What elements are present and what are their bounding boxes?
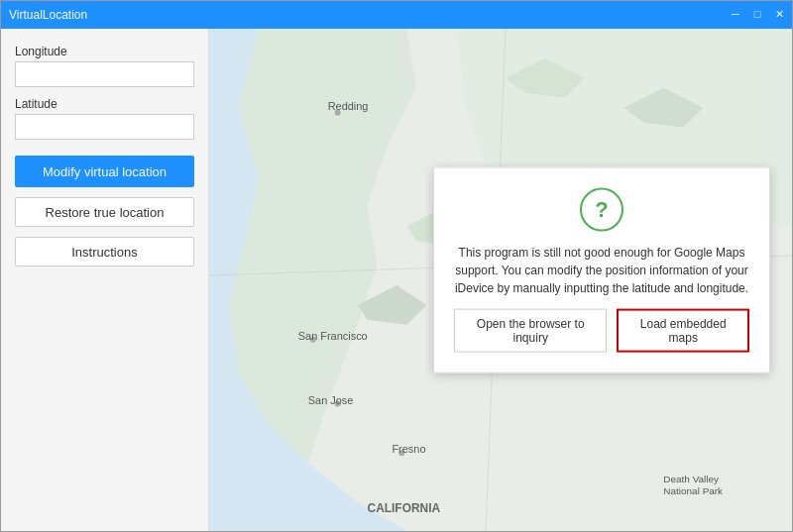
- svg-text:San Francisco: San Francisco: [298, 330, 368, 342]
- restore-true-location-button[interactable]: Restore true location: [15, 197, 194, 227]
- question-icon: ?: [580, 187, 623, 231]
- minimize-button[interactable]: ─: [727, 5, 744, 23]
- main-window: VirtualLocation ─ □ ✕ Longitude Latitude…: [0, 0, 793, 532]
- modify-virtual-location-button[interactable]: Modify virtual location: [15, 156, 194, 187]
- title-bar: VirtualLocation ─ □ ✕: [1, 1, 792, 29]
- latitude-label: Latitude: [15, 97, 194, 111]
- svg-text:San Jose: San Jose: [308, 394, 354, 406]
- latitude-field-group: Latitude: [15, 97, 194, 140]
- open-browser-inquiry-button[interactable]: Open the browser to inquiry: [454, 308, 607, 352]
- svg-text:Fresno: Fresno: [392, 443, 425, 455]
- popup-buttons: Open the browser to inquiry Load embedde…: [454, 308, 749, 352]
- longitude-label: Longitude: [15, 45, 194, 58]
- popup-dialog: ? This program is still not good enough …: [433, 166, 770, 372]
- latitude-input[interactable]: [15, 114, 194, 140]
- svg-text:CALIFORNIA: CALIFORNIA: [368, 501, 441, 515]
- instructions-button[interactable]: Instructions: [15, 237, 194, 266]
- maximize-button[interactable]: □: [748, 5, 766, 23]
- svg-text:Death Valley: Death Valley: [663, 474, 719, 484]
- close-button[interactable]: ✕: [770, 5, 788, 23]
- svg-text:Redding: Redding: [328, 100, 369, 112]
- window-controls: ─ □ ✕: [727, 5, 788, 23]
- window-title: VirtualLocation: [9, 8, 87, 22]
- load-embedded-maps-button[interactable]: Load embedded maps: [617, 308, 749, 352]
- sidebar: Longitude Latitude Modify virtual locati…: [1, 29, 209, 531]
- longitude-input[interactable]: [15, 61, 194, 87]
- longitude-field-group: Longitude: [15, 45, 194, 87]
- popup-message: This program is still not good enough fo…: [454, 243, 749, 296]
- svg-text:National Park: National Park: [663, 485, 723, 496]
- content-area: Longitude Latitude Modify virtual locati…: [1, 29, 792, 531]
- map-area: Redding Reno NEVADA San Francisco San Jo…: [209, 29, 792, 531]
